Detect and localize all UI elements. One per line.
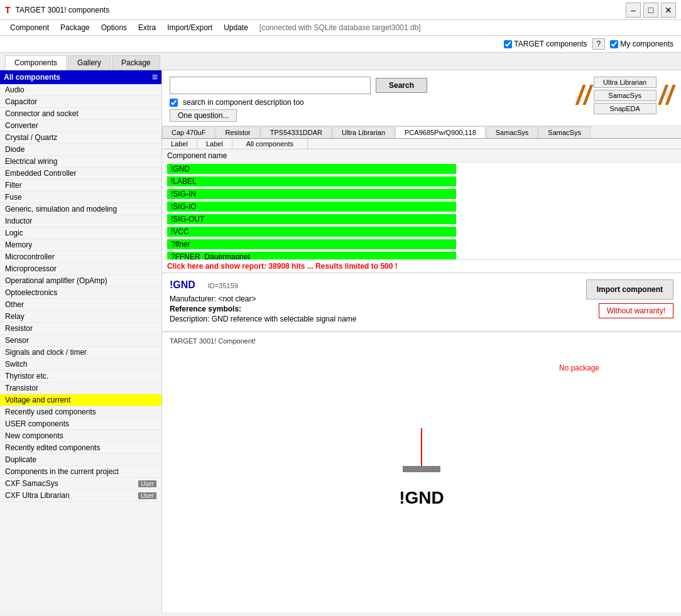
ultra-librarian-button[interactable]: Ultra Librarian: [594, 77, 656, 88]
result-item-gnd[interactable]: !GND: [167, 164, 456, 174]
sidebar-item-duplicate[interactable]: Duplicate: [0, 454, 161, 466]
comp-tab-tps[interactable]: TPS54331DDAR: [261, 126, 332, 138]
sidebar-item-logic[interactable]: Logic: [0, 227, 161, 239]
my-components-checkbox[interactable]: [610, 40, 618, 48]
sidebar-item-other[interactable]: Other: [0, 299, 161, 311]
component-preview: !GND: [384, 422, 459, 522]
sidebar-item-sensor[interactable]: Sensor: [0, 335, 161, 347]
sidebar-item-electrical[interactable]: Electrical wiring: [0, 156, 161, 168]
menu-extra[interactable]: Extra: [133, 21, 161, 34]
sidebar-item-opamp[interactable]: Operational amplifier (OpAmp): [0, 275, 161, 287]
results-header: Component name: [162, 149, 681, 163]
sidebar-item-new-components[interactable]: New components: [0, 430, 161, 442]
sidebar-item-resistor[interactable]: Resistor: [0, 323, 161, 335]
sidebar-item-recently-edited[interactable]: Recently edited components: [0, 442, 161, 454]
sidebar-item-cxf-samac[interactable]: CXF SamacSys User: [0, 478, 161, 490]
app-icon: T: [5, 5, 11, 15]
sidebar-item-signals[interactable]: Signals and clock / timer: [0, 347, 161, 359]
result-row-vcc[interactable]: !VCC: [162, 225, 681, 238]
result-row-gnd[interactable]: !GND: [162, 163, 681, 175]
sidebar-item-microcontroller[interactable]: Microcontroller: [0, 251, 161, 263]
import-component-button[interactable]: Import component: [586, 279, 673, 300]
sidebar-item-connector[interactable]: Connector and socket: [0, 108, 161, 120]
detail-section: !GND ID=35159 Manufacturer: <not clear> …: [162, 273, 681, 332]
tab-package[interactable]: Package: [112, 55, 160, 70]
sidebar-item-converter[interactable]: Converter: [0, 120, 161, 132]
sidebar-item-thyristor[interactable]: Thyristor etc.: [0, 370, 161, 382]
component-tabs-row: Cap 470uF Resistor TPS54331DDAR Ultra Li…: [162, 126, 681, 139]
menu-component[interactable]: Component: [5, 21, 54, 34]
search-button[interactable]: Search: [376, 78, 427, 93]
result-row-sigout[interactable]: !SIG-OUT: [162, 213, 681, 225]
service-buttons: Ultra Librarian SamacSys SnapEDA: [594, 77, 656, 114]
sidebar-item-diode[interactable]: Diode: [0, 144, 161, 156]
sidebar-item-current-project[interactable]: Components in the current project: [0, 466, 161, 478]
my-components-option[interactable]: My components: [610, 40, 673, 48]
sidebar-item-microprocessor[interactable]: Microprocessor: [0, 263, 161, 275]
sidebar-item-fuse[interactable]: Fuse: [0, 192, 161, 203]
result-item-vcc[interactable]: !VCC: [167, 227, 456, 237]
result-item-label[interactable]: !LABEL: [167, 176, 456, 186]
comp-tab-samac1[interactable]: SamacSys: [486, 126, 538, 138]
tab-components[interactable]: Components: [5, 55, 67, 70]
one-question-button[interactable]: One question...: [170, 109, 237, 122]
sidebar-item-crystal[interactable]: Crystal / Quartz: [0, 132, 161, 144]
snap-eda-button[interactable]: SnapEDA: [594, 103, 656, 114]
result-item-ffner-dauermagnet[interactable]: ?FFNER_Dauermagnet: [167, 252, 456, 259]
sidebar-item-generic[interactable]: Generic, simulation and modeling: [0, 203, 161, 215]
result-row-sigin[interactable]: !SIG-IN: [162, 188, 681, 200]
sidebar-item-capacitor[interactable]: Capacitor: [0, 96, 161, 108]
help-button[interactable]: ?: [592, 38, 606, 50]
warranty-button[interactable]: Without warranty!: [599, 303, 673, 318]
sub-label-resistor: Label: [197, 139, 232, 149]
search-input[interactable]: [170, 77, 371, 94]
sidebar-item-recently-used[interactable]: Recently used components: [0, 406, 161, 418]
preview-area: TARGET 3001! Component! No package !GND: [162, 332, 681, 612]
sidebar-item-user-components[interactable]: USER components: [0, 418, 161, 430]
sub-label-all-components: All components: [232, 139, 308, 149]
comp-tab-cap[interactable]: Cap 470uF: [162, 126, 215, 138]
samac-sys-button[interactable]: SamacSys: [594, 90, 656, 101]
menu-package[interactable]: Package: [55, 21, 95, 34]
sidebar-item-embedded[interactable]: Embedded Controller: [0, 168, 161, 180]
menu-import-export[interactable]: Import/Export: [162, 21, 217, 34]
target-components-checkbox[interactable]: [504, 40, 512, 48]
result-item-ffner[interactable]: ?ffner: [167, 239, 456, 249]
comp-tab-ultra[interactable]: Ultra Librarian: [332, 126, 395, 138]
maximize-button[interactable]: □: [643, 3, 658, 18]
sidebar-item-audio[interactable]: Audio: [0, 84, 161, 96]
sidebar-item-transistor[interactable]: Transistor: [0, 382, 161, 394]
sidebar-item-voltage[interactable]: Voltage and current: [0, 394, 161, 406]
preview-label: TARGET 3001! Component!: [170, 337, 256, 345]
sidebar-item-relay[interactable]: Relay: [0, 311, 161, 323]
comp-tab-samac2[interactable]: SamacSys: [538, 126, 591, 138]
top-options: TARGET components ? My components: [0, 36, 681, 53]
sidebar-item-filter[interactable]: Filter: [0, 180, 161, 192]
detail-info: !GND ID=35159 Manufacturer: <not clear> …: [170, 279, 579, 325]
status-bar[interactable]: Click here and show report: 38908 hits .…: [162, 259, 681, 273]
sidebar-item-cxf-ultra[interactable]: CXF Ultra Librarian User: [0, 490, 161, 502]
result-item-sigout[interactable]: !SIG-OUT: [167, 214, 456, 224]
close-button[interactable]: ✕: [661, 3, 676, 18]
description-search-checkbox[interactable]: [170, 99, 178, 107]
one-question-row: One question...: [170, 109, 570, 122]
user-badge-samac: User: [138, 480, 156, 487]
result-item-sigin[interactable]: !SIG-IN: [167, 189, 456, 199]
result-row-ffner-dauermagnet[interactable]: ?FFNER_Dauermagnet: [162, 251, 681, 259]
sidebar-item-inductor[interactable]: Inductor: [0, 215, 161, 227]
target-components-option[interactable]: TARGET components: [504, 40, 587, 48]
result-row-sigio[interactable]: !SIG-IO: [162, 200, 681, 213]
menu-update[interactable]: Update: [219, 21, 253, 34]
result-item-sigio[interactable]: !SIG-IO: [167, 202, 456, 212]
sidebar-item-memory[interactable]: Memory: [0, 239, 161, 251]
result-row-ffner[interactable]: ?ffner: [162, 238, 681, 251]
result-row-label[interactable]: !LABEL: [162, 175, 681, 188]
sidebar-item-opto[interactable]: Optoelectronics: [0, 287, 161, 299]
sidebar-item-switch[interactable]: Switch: [0, 359, 161, 370]
minimize-button[interactable]: –: [626, 3, 641, 18]
comp-tab-pca[interactable]: PCA9685Pw/Q900,118: [395, 126, 486, 138]
comp-tab-resistor[interactable]: Resistor: [215, 126, 259, 138]
tab-gallery[interactable]: Gallery: [68, 55, 111, 70]
main-tabs: Components Gallery Package: [0, 53, 681, 70]
menu-options[interactable]: Options: [96, 21, 132, 34]
